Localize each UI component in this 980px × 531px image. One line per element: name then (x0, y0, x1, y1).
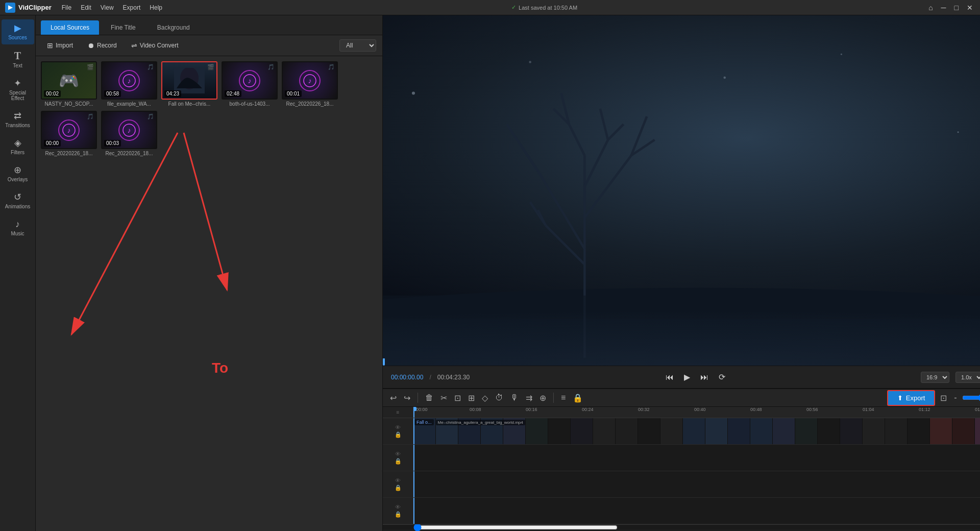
win-minimize-icon[interactable]: ─ (939, 4, 948, 12)
audio2-visibility-icon[interactable]: 👁 (395, 477, 401, 484)
crop-button[interactable]: ⊡ (452, 391, 463, 405)
sidebar-item-sources[interactable]: ▶ Sources (2, 19, 34, 44)
audio3-visibility-icon[interactable]: 👁 (395, 504, 401, 510)
media-item-1[interactable]: 🎮 00:02 🎬 NASTY_NO_SCOP... (41, 61, 97, 107)
media-item-6[interactable]: ♪ 00:00 🎵 Rec_20220226_18... (41, 111, 97, 156)
sidebar-item-special-effect[interactable]: ✦ Special Effect (2, 75, 34, 105)
undo-button[interactable]: ↩ (388, 391, 399, 405)
menu-export[interactable]: Export (123, 4, 141, 11)
type-icon-6: 🎵 (87, 113, 94, 120)
duration-1: 00:02 (44, 90, 61, 97)
media-thumb-6: ♪ 00:00 🎵 (41, 111, 97, 149)
sidebar: ▶ Sources T Text ✦ Special Effect ⇄ Tran… (0, 15, 36, 531)
filter-tl-button[interactable]: ⊕ (537, 391, 548, 405)
redo-button[interactable]: ↪ (402, 391, 412, 405)
menu-view[interactable]: View (101, 4, 114, 11)
svg-point-42 (841, 54, 842, 55)
right-panel: 00:00:00.00 / 00:04:23.30 ⏮ ▶ ⏭ ⟳ 16:9 9… (383, 15, 980, 531)
loop-button[interactable]: ⟳ (717, 370, 727, 384)
sidebar-item-overlays[interactable]: ⊕ Overlays (2, 161, 34, 186)
audio-lock-icon[interactable]: 🔒 (395, 458, 402, 465)
time-separator: / (429, 374, 431, 381)
list-view-button[interactable]: ≡ (559, 391, 568, 404)
media-label-4: both-of-us-1403... (222, 101, 278, 107)
thumb-strip-21 (863, 418, 885, 444)
import-button[interactable]: ⊞ Import (42, 39, 78, 52)
music-icon: ♪ (15, 220, 20, 229)
mic-button[interactable]: 🎙 (508, 391, 521, 404)
menu-help[interactable]: Help (150, 4, 162, 11)
media-item-2[interactable]: ♪ 00:58 🎵 file_example_WA... (101, 61, 157, 107)
sidebar-item-transitions[interactable]: ⇄ Transitions (2, 107, 34, 132)
sidebar-item-filters[interactable]: ◈ Filters (2, 134, 34, 159)
sidebar-item-animations[interactable]: ↺ Animations (2, 188, 34, 213)
preview-video (383, 15, 980, 366)
svg-text:♪: ♪ (128, 126, 131, 134)
ruler-corner: ≡ (383, 407, 413, 418)
keyframe-button[interactable]: ◇ (480, 391, 490, 405)
duration-5: 00:01 (285, 90, 302, 97)
type-icon-3: 🎬 (207, 64, 214, 70)
media-item-4[interactable]: ♪ 02:48 🎵 both-of-us-1403... (222, 61, 278, 107)
thumb-strip-10 (616, 418, 638, 444)
thumb-strip-8 (571, 418, 593, 444)
media-item-5[interactable]: ♪ 00:01 🎵 Rec_20220226_18... (282, 61, 338, 107)
zoom-slider[interactable] (962, 394, 980, 402)
audio-visibility-icon[interactable]: 👁 (395, 451, 401, 457)
animations-icon: ↺ (14, 192, 21, 202)
transition-tl-button[interactable]: ⇉ (524, 391, 534, 405)
convert-icon: ⇌ (131, 41, 137, 50)
media-grid: 🎮 00:02 🎬 NASTY_NO_SCOP... ♪ 00:58 🎵 fil… (36, 56, 382, 531)
prev-frame-button[interactable]: ⏮ (664, 371, 676, 384)
thumb-strip-9 (593, 418, 616, 444)
menu-edit[interactable]: Edit (81, 4, 91, 11)
track-visibility-icon[interactable]: 👁 (395, 424, 401, 430)
tab-fine-title[interactable]: Fine Title (101, 20, 145, 35)
export-button[interactable]: ⬆ Export (887, 390, 936, 406)
audio2-lock-icon[interactable]: 🔒 (395, 485, 402, 491)
ruler-mark-9: 01:12 (919, 407, 930, 412)
filter-dropdown[interactable]: All Video Audio Image (339, 39, 376, 52)
tab-background[interactable]: Background (148, 20, 200, 35)
media-item-3[interactable]: 04:23 🎬 Fall on Me--chris... (161, 61, 217, 107)
timeline-tracks: 👁 🔒 👁 🔒 👁 (383, 418, 980, 524)
sidebar-item-text[interactable]: T Text (2, 46, 34, 73)
logo-icon: ▶ (5, 3, 15, 13)
convert-label: Video Convert (140, 42, 179, 49)
delete-button[interactable]: 🗑 (423, 391, 435, 404)
content-panel: Local Sources Fine Title Background ⊞ Im… (36, 15, 383, 531)
text-icon: T (14, 51, 21, 61)
play-button[interactable]: ▶ (682, 370, 692, 384)
tab-local-sources[interactable]: Local Sources (41, 20, 99, 35)
duration-7: 00:03 (104, 140, 121, 147)
speed-select[interactable]: 1.0x 0.5x 1.5x 2.0x (955, 372, 980, 383)
record-label: Record (97, 42, 117, 49)
audio3-lock-icon[interactable]: 🔒 (395, 511, 402, 518)
type-icon-7: 🎵 (147, 113, 154, 120)
win-close-icon[interactable]: ✕ (965, 4, 975, 12)
video-track-row: Fall o... Me--christina_aguilera_a_great… (413, 418, 980, 445)
split-button[interactable]: ✂ (438, 391, 449, 405)
lock-button[interactable]: 🔒 (571, 391, 585, 405)
next-frame-button[interactable]: ⏭ (698, 371, 710, 384)
thumb-strip-25 (952, 418, 975, 444)
detach-audio-button[interactable]: ⊞ (466, 391, 477, 405)
win-maximize-icon[interactable]: □ (952, 4, 961, 12)
sidebar-label-sources: Sources (8, 35, 27, 40)
win-home-icon[interactable]: ⌂ (926, 4, 935, 12)
timeline-area: ↩ ↪ 🗑 ✂ ⊡ ⊞ ◇ ⏱ 🎙 ⇉ ⊕ ≡ 🔒 ⬆ Export (383, 388, 980, 531)
thumb-strip-4 (481, 418, 503, 444)
ruler-mark-5: 00:40 (694, 407, 706, 412)
sidebar-label-special-effect: Special Effect (4, 90, 32, 101)
menu-file[interactable]: File (62, 4, 71, 11)
speed-button[interactable]: ⏱ (493, 391, 505, 404)
zoom-fit-button[interactable]: ⊡ (938, 391, 949, 405)
convert-button[interactable]: ⇌ Video Convert (126, 39, 184, 52)
thumb-strip-15 (728, 418, 750, 444)
media-item-7[interactable]: ♪ 00:03 🎵 Rec_20220226_18... (101, 111, 157, 156)
track-lock-icon[interactable]: 🔒 (395, 431, 402, 438)
sidebar-item-music[interactable]: ♪ Music (2, 215, 34, 240)
zoom-out-button[interactable]: - (952, 391, 959, 404)
record-button[interactable]: ⏺ Record (82, 39, 122, 52)
aspect-ratio-select[interactable]: 16:9 9:16 4:3 1:1 (921, 372, 949, 383)
